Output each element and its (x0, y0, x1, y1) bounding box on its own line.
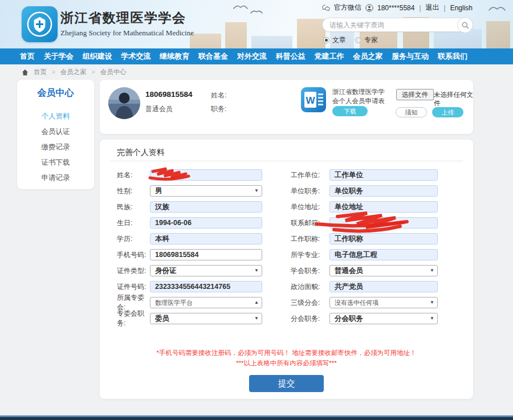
wechat-link[interactable]: 官方微信 (334, 3, 361, 13)
sidebar-item-application-records[interactable]: 申请记录 (17, 170, 94, 186)
job-title-input[interactable]: 工作职称 (329, 233, 438, 244)
id-number-input[interactable]: 2323334556443214765 (150, 281, 262, 292)
education-input[interactable]: 本科 (150, 233, 262, 244)
mobile-input[interactable]: 18069815584 (150, 249, 262, 260)
separator: | (444, 4, 446, 12)
sidebar-item-payment-records[interactable]: 缴费记录 (17, 140, 94, 155)
unit-post-label: 单位职务: (291, 186, 329, 196)
committee-post-select[interactable]: 委员▼ (150, 313, 262, 324)
language-link[interactable]: English (450, 4, 473, 12)
profile-title-label: 职务: (211, 104, 226, 114)
sidebar-title: 会员中心 (17, 80, 94, 99)
nav-item-contact[interactable]: 联系我们 (438, 51, 467, 62)
upload-button[interactable]: 上传 (432, 107, 463, 117)
chevron-up-icon: ▲ (254, 297, 259, 308)
society-post-label: 学会职务: (291, 266, 329, 276)
ethnicity-label: 民族: (117, 202, 150, 212)
birthday-input[interactable]: 1994-06-06 (150, 217, 262, 229)
search-button[interactable] (457, 17, 473, 33)
org-title-block: 浙江省数理医学学会 Zhejiang Society for Mathemati… (60, 9, 194, 38)
mobile-label: 手机号码: (117, 250, 150, 260)
branch-post-select[interactable]: 分会职务▼ (329, 313, 438, 324)
site-header: 浙江省数理医学学会 Zhejiang Society for Mathemati… (0, 0, 513, 48)
warning-line-1: *手机号码需要接收注册码，必须为可用号码！ 地址需要接收邮寄快件，必须为可用地址… (100, 349, 473, 357)
breadcrumb-separator: > (92, 69, 95, 75)
ethnicity-input[interactable]: 汉族 (150, 201, 262, 213)
email-label: 联系邮箱: (291, 218, 329, 228)
separator: | (419, 4, 421, 12)
committee-select[interactable]: 数理医学平台▲ (150, 297, 262, 308)
member-center-page: 浙江省数理医学学会 Zhejiang Society for Mathemati… (0, 0, 513, 420)
nav-item-home[interactable]: 首页 (20, 51, 35, 62)
sidebar-item-certificate-download[interactable]: 证书下载 (17, 155, 94, 170)
name-label: 姓名: (117, 170, 150, 180)
warning-line-2: ***以上表格中所有内容必须填写*** (100, 359, 473, 368)
breadcrumb-home[interactable]: 首页 (34, 68, 47, 76)
political-status-label: 政治面貌: (291, 282, 329, 292)
nav-item-party[interactable]: 党建工作 (315, 51, 344, 62)
chevron-down-icon: ▼ (430, 266, 434, 276)
radio-expert[interactable]: 专家 (355, 35, 378, 45)
committee-post-label: 专委会职务: (117, 309, 150, 328)
unit-post-input[interactable]: 单位职务 (329, 185, 438, 197)
nav-item-members[interactable]: 会员之家 (353, 51, 382, 62)
nav-item-exchange[interactable]: 对外交流 (237, 51, 267, 62)
chevron-down-icon: ▼ (254, 186, 259, 196)
email-input[interactable] (329, 217, 438, 229)
sidebar-item-certification[interactable]: 会员认证 (17, 124, 94, 140)
major-label: 所学专业: (291, 250, 329, 260)
branch-post-label: 分会职务: (291, 314, 329, 324)
breadcrumb-members-home[interactable]: 会员之家 (60, 68, 87, 76)
shield-badge-icon (22, 6, 58, 42)
chevron-down-icon: ▼ (254, 266, 259, 276)
notice-button[interactable]: 须知 (396, 107, 427, 117)
radio-expert-label: 专家 (364, 35, 378, 45)
nav-item-education[interactable]: 继续教育 (160, 51, 189, 62)
search-scope-options: 文章 专家 (323, 35, 378, 45)
nav-item-science[interactable]: 科普公益 (276, 51, 306, 62)
major-input[interactable]: 电子信息工程 (329, 249, 438, 260)
bird-icon (487, 3, 510, 14)
education-label: 学历: (117, 234, 150, 244)
wechat-icon (322, 5, 330, 11)
workunit-input[interactable]: 工作单位 (329, 169, 438, 181)
unit-address-label: 单位地址: (291, 202, 329, 212)
nav-item-about[interactable]: 关于学会 (44, 51, 74, 62)
sidebar-item-profile[interactable]: 个人资料 (17, 109, 94, 124)
choose-file-button[interactable]: 选择文件 (396, 89, 434, 100)
doc-title-line2: 会个人会员申请表 (332, 96, 385, 105)
user-account-icon (365, 4, 373, 12)
search-icon (462, 22, 469, 29)
branch-multiselect[interactable]: 没有选中任何项▼ (329, 297, 438, 308)
birds-icon (233, 3, 267, 15)
unit-address-input[interactable]: 单位地址 (329, 201, 438, 213)
download-button[interactable]: 下载 (332, 106, 368, 116)
form-title: 完善个人资料 (117, 148, 165, 158)
divider (110, 161, 463, 161)
society-post-select[interactable]: 普通会员▼ (329, 265, 438, 276)
submit-button[interactable]: 提交 (249, 375, 324, 392)
org-name-english: Zhejiang Society for Mathematical Medici… (60, 28, 194, 38)
search-input[interactable] (329, 19, 449, 31)
political-status-input[interactable]: 共产党员 (329, 281, 438, 292)
member-center-sidebar: 会员中心 个人资料 会员认证 缴费记录 证书下载 申请记录 (17, 80, 94, 189)
name-input[interactable] (150, 169, 262, 181)
nav-item-organization[interactable]: 组织建设 (83, 51, 112, 62)
id-type-select[interactable]: 身份证▼ (150, 265, 262, 276)
account-topbar: 官方微信 180****5584 | 退出 | English (322, 3, 473, 13)
branch-label: 三级分会: (291, 298, 329, 308)
id-number-label: 证件号码: (117, 282, 150, 292)
chevron-down-icon: ▼ (254, 313, 259, 324)
profile-summary-card: 18069815584 普通会员 姓名: 职务: W 浙江省数理医学学 会个人会… (100, 80, 473, 134)
no-file-selected-text: 未选择任何文件 (434, 91, 473, 108)
gender-label: 性别: (117, 186, 150, 196)
profile-phone: 18069815584 (145, 90, 193, 99)
nav-item-academic[interactable]: 学术交流 (121, 51, 150, 62)
gender-select[interactable]: 男▼ (150, 185, 262, 197)
logout-link[interactable]: 退出 (426, 3, 439, 13)
nav-item-fund[interactable]: 联合基金 (198, 51, 228, 62)
application-doc-title: 浙江省数理医学学 会个人会员申请表 (332, 87, 385, 105)
nav-item-service[interactable]: 服务与互动 (392, 51, 429, 62)
radio-article[interactable]: 文章 (323, 35, 346, 45)
account-phone[interactable]: 180****5584 (377, 4, 414, 12)
